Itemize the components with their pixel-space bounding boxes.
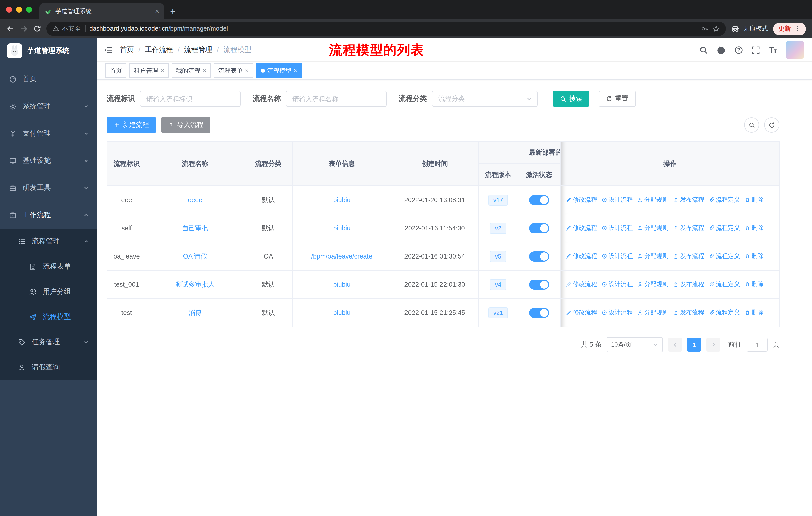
sidebar-item-devtools[interactable]: 研发工具	[0, 174, 97, 201]
action-delete-link[interactable]: 删除	[745, 252, 764, 261]
github-icon[interactable]	[716, 45, 726, 55]
app-logo[interactable]: 芋道管理系统	[0, 38, 97, 63]
address-bar[interactable]: 不安全 dashboard.yudao.iocoder.cn/bpm/manag…	[46, 22, 726, 36]
close-icon[interactable]: ×	[294, 67, 297, 74]
browser-tab[interactable]: 芋道管理系统 ×	[39, 3, 164, 19]
sidebar-item-user-group[interactable]: 用户分组	[0, 279, 97, 304]
version-badge[interactable]: v4	[490, 279, 506, 290]
fullscreen-icon[interactable]	[752, 46, 760, 54]
next-page-button[interactable]	[706, 337, 720, 352]
action-publish-link[interactable]: 发布流程	[673, 280, 704, 289]
action-delete-link[interactable]: 删除	[745, 224, 764, 232]
action-design-link[interactable]: 设计流程	[602, 308, 633, 317]
sidebar-item-workflow[interactable]: 工作流程	[0, 201, 97, 229]
tag-home[interactable]: 首页	[105, 63, 126, 78]
security-chip[interactable]: 不安全	[52, 24, 81, 33]
action-publish-link[interactable]: 发布流程	[673, 224, 704, 232]
status-toggle[interactable]	[529, 251, 549, 261]
sidebar-item-home[interactable]: 首页	[0, 65, 97, 93]
form-link[interactable]: biubiu	[333, 281, 350, 288]
reset-button[interactable]: 重置	[599, 91, 636, 107]
close-window-button[interactable]	[6, 6, 12, 12]
tag-my-process[interactable]: 我的流程×	[172, 63, 211, 78]
sidebar-item-system[interactable]: 系统管理	[0, 93, 97, 120]
forward-icon[interactable]	[20, 24, 28, 33]
sidebar-item-process-model[interactable]: 流程模型	[0, 304, 97, 330]
action-design-link[interactable]: 设计流程	[602, 195, 633, 204]
model-name-link[interactable]: 自己审批	[182, 224, 208, 232]
sidebar-item-payment[interactable]: 支付管理	[0, 120, 97, 147]
status-toggle[interactable]	[529, 308, 549, 318]
search-icon[interactable]	[699, 46, 708, 54]
sidebar-fold-icon[interactable]	[104, 46, 113, 54]
action-publish-link[interactable]: 发布流程	[673, 308, 704, 317]
close-icon[interactable]: ×	[245, 67, 249, 74]
page-size-select[interactable]: 10条/页	[607, 337, 663, 352]
tab-close-icon[interactable]: ×	[155, 7, 159, 15]
action-edit-link[interactable]: 修改流程	[566, 195, 597, 204]
sidebar-item-leave-query[interactable]: 请假查询	[0, 355, 97, 380]
chrome-update-button[interactable]: 更新	[773, 22, 806, 35]
sidebar-item-task-manage[interactable]: 任务管理	[0, 330, 97, 355]
refresh-table-button[interactable]	[764, 117, 779, 133]
action-assign-link[interactable]: 分配规则	[637, 280, 669, 289]
model-name-link[interactable]: OA 请假	[183, 252, 207, 260]
action-edit-link[interactable]: 修改流程	[566, 252, 597, 261]
model-name-link[interactable]: 测试多审批人	[175, 280, 215, 288]
action-delete-link[interactable]: 删除	[745, 280, 764, 289]
action-assign-link[interactable]: 分配规则	[637, 224, 669, 232]
bookmark-star-icon[interactable]	[712, 25, 720, 32]
action-definition-link[interactable]: 流程定义	[709, 224, 740, 232]
process-name-input[interactable]	[286, 91, 387, 107]
minimize-window-button[interactable]	[16, 6, 22, 12]
breadcrumb-home[interactable]: 首页	[120, 45, 134, 54]
goto-page-input[interactable]	[747, 337, 768, 352]
action-design-link[interactable]: 设计流程	[602, 224, 633, 232]
tag-process-form[interactable]: 流程表单×	[214, 63, 253, 78]
version-badge[interactable]: v17	[488, 194, 508, 205]
password-key-icon[interactable]	[701, 25, 708, 32]
menu-kebab-icon[interactable]	[794, 25, 801, 32]
form-link[interactable]: biubiu	[333, 309, 350, 317]
action-definition-link[interactable]: 流程定义	[709, 252, 740, 261]
page-number-1[interactable]: 1	[687, 337, 701, 352]
category-select[interactable]: 流程分类	[432, 91, 538, 107]
action-design-link[interactable]: 设计流程	[602, 252, 633, 261]
sidebar-item-process-form[interactable]: 流程表单	[0, 254, 97, 279]
status-toggle[interactable]	[529, 223, 549, 233]
close-icon[interactable]: ×	[161, 67, 164, 74]
import-process-button[interactable]: 导入流程	[161, 117, 210, 133]
breadcrumb-process-manage[interactable]: 流程管理	[184, 45, 212, 54]
action-edit-link[interactable]: 修改流程	[566, 280, 597, 289]
action-assign-link[interactable]: 分配规则	[637, 195, 669, 204]
form-link[interactable]: biubiu	[333, 224, 350, 232]
prev-page-button[interactable]	[668, 337, 682, 352]
action-assign-link[interactable]: 分配规则	[637, 308, 669, 317]
model-name-link[interactable]: eeee	[188, 196, 202, 203]
version-badge[interactable]: v5	[490, 251, 506, 262]
action-definition-link[interactable]: 流程定义	[709, 308, 740, 317]
create-process-button[interactable]: 新建流程	[107, 117, 156, 133]
breadcrumb-workflow[interactable]: 工作流程	[145, 45, 173, 54]
action-delete-link[interactable]: 删除	[745, 308, 764, 317]
model-name-link[interactable]: 滔博	[188, 309, 202, 316]
back-icon[interactable]	[6, 24, 14, 33]
action-publish-link[interactable]: 发布流程	[673, 195, 704, 204]
reload-icon[interactable]	[33, 25, 41, 33]
version-badge[interactable]: v21	[488, 307, 508, 318]
user-avatar[interactable]	[786, 41, 804, 59]
toggle-search-button[interactable]	[744, 117, 759, 133]
sidebar-item-process-manage[interactable]: 流程管理	[0, 229, 97, 254]
status-toggle[interactable]	[529, 279, 549, 290]
search-button[interactable]: 搜索	[553, 91, 589, 107]
sidebar-item-infrastructure[interactable]: 基础设施	[0, 147, 97, 174]
action-edit-link[interactable]: 修改流程	[566, 308, 597, 317]
close-icon[interactable]: ×	[203, 67, 206, 74]
help-icon[interactable]	[734, 46, 743, 54]
form-link[interactable]: /bpm/oa/leave/create	[311, 252, 373, 260]
version-badge[interactable]: v2	[490, 222, 506, 234]
action-delete-link[interactable]: 删除	[745, 195, 764, 204]
action-edit-link[interactable]: 修改流程	[566, 224, 597, 232]
tag-process-model[interactable]: 流程模型×	[256, 63, 302, 78]
action-assign-link[interactable]: 分配规则	[637, 252, 669, 261]
